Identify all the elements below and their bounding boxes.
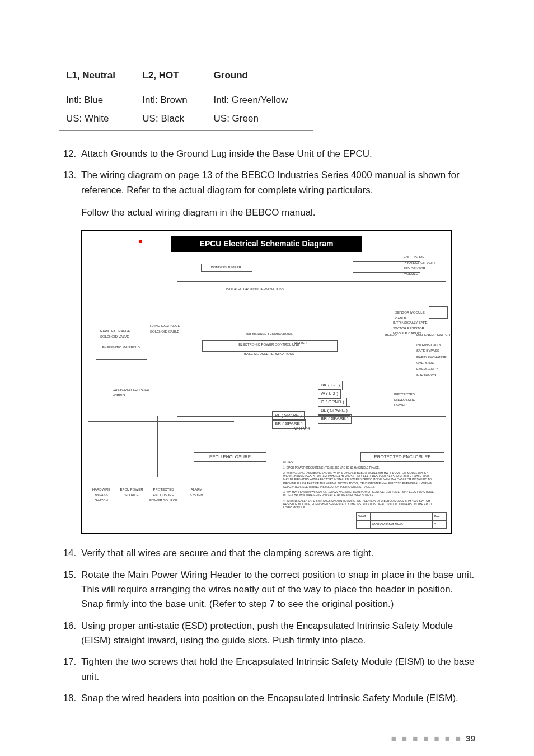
bebco: BEBCO <box>385 333 397 338</box>
wh-is-4: WH-IS-4 <box>294 340 307 346</box>
drawing-block: DWG. Rev 4000XWIRING.DWG C <box>356 512 447 529</box>
intr-safe-bypass: INTRINSICALLY SAFE BYPASS <box>416 343 450 353</box>
note-3: 3. WH-HW-4 SHOWN WIRED FOR 120/220 VAC A… <box>283 490 434 497</box>
bl-spare-l: BL ( SPARE ) <box>272 411 305 420</box>
rev-no: C <box>432 521 446 528</box>
isb-module-term: ISB MODULE TERMINATIONS <box>233 332 306 337</box>
notes-block: NOTES: 1. EPCU POWER REQUIREMENTS: 85-25… <box>283 460 434 511</box>
note-4: 4. INTRINSICALLY SAFE SWITCHES SHOWN REQ… <box>283 499 434 510</box>
dwg-label: DWG. <box>357 513 371 520</box>
epcu-enclosure: EPCU ENCLOSURE <box>194 452 266 461</box>
br-spare-r: BR ( SPARE ) <box>318 414 352 423</box>
td-g-v2: US: Green <box>214 111 306 126</box>
bk-l1: BK ( L-1 ) <box>318 381 343 390</box>
footer-dots: ■ ■ ■ ■ ■ ■ ■ <box>391 734 462 743</box>
page-number: 39 <box>466 734 475 743</box>
steps-list-bottom: Verify that all wires are secure and tha… <box>63 546 475 706</box>
customer-supplied: CUSTOMER SUPPLIED WIRING <box>113 388 157 398</box>
notes-heading: NOTES: <box>283 460 434 464</box>
alarm-system: ALARM SYSTEM <box>186 487 207 498</box>
w-l2: W ( L-2 ) <box>318 389 341 398</box>
step-16: Using proper anti-static (ESD) protectio… <box>79 619 475 648</box>
th-g: Ground <box>207 63 313 88</box>
th-l2: L2, HOT <box>135 63 207 88</box>
rapid-exchange-sol: RAPID EXCHANGE SOLENOID CABLE <box>150 324 189 334</box>
note-2: 2. WIRING DIAGRAM ABOVE SHOWN WITH STAND… <box>283 471 434 488</box>
td-l1: Intl: Blue US: White <box>59 88 135 131</box>
dispenser-switch: DISPENSER SWITCH <box>416 333 450 338</box>
steps-list-top: Attach Grounds to the Ground Lug inside … <box>63 147 475 220</box>
wire-color-table: L1, Neutral L2, HOT Ground Intl: Blue US… <box>59 63 313 131</box>
dwg-no: 4000XWIRING.DWG <box>371 521 432 528</box>
hw-bypass-switch: HARDWIRE BYPASS SWITCH <box>90 487 113 503</box>
pneumatic-manifold-box <box>96 342 147 360</box>
protected-enclosure-src: PROTECTED ENCLOSURE POWER SOURCE <box>148 487 179 503</box>
diagram-title: EPCU Electrical Schematic Diagram <box>171 236 362 252</box>
td-g-v1: Intl: Green/Yellow <box>214 95 288 105</box>
br-spare-l: BR ( SPARE ) <box>272 419 306 428</box>
step-13: The wiring diagram on page 13 of the BEB… <box>79 168 475 220</box>
td-l2-v2: US: Black <box>142 111 199 126</box>
bonding-jumper: BONDING JUMPER <box>201 265 251 270</box>
step-17: Tighten the two screws that hold the Enc… <box>79 655 475 684</box>
schematic-diagram: EPCU Electrical Schematic Diagram ELECTR… <box>81 230 475 534</box>
td-l2: Intl: Brown US: Black <box>135 88 207 131</box>
step-15: Rotate the Main Power Wiring Header to t… <box>79 568 475 612</box>
rev-label: Rev <box>432 513 446 520</box>
encl-prot-vent: ENCLOSURE PROTECTION VENT <box>404 255 437 265</box>
g-grnd: G ( GRND ) <box>318 398 347 407</box>
note-1: 1. EPCU POWER REQUIREMENTS: 85-250 VAC 5… <box>283 466 434 469</box>
rapid-exchange-override: RAPID EXCHANGE OVERRIDE <box>416 355 450 366</box>
bl-spare-r: BL ( SPARE ) <box>318 406 350 415</box>
base-module-term: BASE MODULE TERMINATIONS <box>230 352 308 357</box>
td-l2-v1: Intl: Brown <box>142 95 187 105</box>
sensor-module-cable: SENSOR MODULE CABLE <box>395 310 434 321</box>
epv-sensor-module: EPV SENSOR MODULE <box>404 266 437 277</box>
td-l1-v2: US: White <box>66 111 128 126</box>
pneumatic-manifold: PNEUMATIC MANIFOLD <box>96 345 146 350</box>
step-14: Verify that all wires are secure and tha… <box>79 546 475 561</box>
epcu-power-source: EPCU POWER SOURCE <box>120 487 143 498</box>
td-l1-v1: Intl: Blue <box>66 95 103 105</box>
step-13-text: The wiring diagram on page 13 of the BEB… <box>81 170 460 195</box>
step-13-follow: Follow the actual wiring diagram in the … <box>81 206 475 220</box>
step-18: Snap the wired headers into position on … <box>79 691 475 706</box>
isolated-ground: ISOLATED GROUND TERMINATIONS <box>205 287 306 292</box>
protected-encl-power: PROTECTED ENCLOSURE POWER <box>394 392 428 408</box>
step-12: Attach Grounds to the Ground Lug inside … <box>79 147 475 161</box>
page-footer: ■ ■ ■ ■ ■ ■ ■ 39 <box>59 732 475 745</box>
emergency-shutdown: EMERGENCY SHUTDOWN <box>416 367 450 377</box>
td-g: Intl: Green/Yellow US: Green <box>207 88 313 131</box>
th-l1: L1, Neutral <box>59 63 135 88</box>
rapid-exchange-valve: RAPID EXCHANGE SOLENOID VALVE <box>100 329 134 339</box>
